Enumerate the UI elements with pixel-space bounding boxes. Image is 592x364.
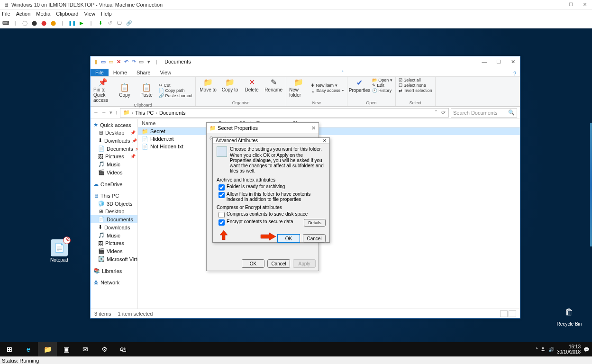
start-button[interactable]: ⊞ (0, 342, 19, 356)
desktop-icon-notepad[interactable]: 📄 Notepad (45, 239, 73, 263)
action-center-icon[interactable]: 💬 (583, 347, 589, 352)
props-cancel-button[interactable]: Cancel (267, 259, 290, 268)
nav-desktop[interactable]: 🖥 Desktop📌 (91, 129, 137, 136)
nav-up-icon[interactable]: ↑ (115, 109, 118, 116)
taskbar-settings[interactable]: ⚙ (95, 342, 114, 356)
qat-undo-icon[interactable]: ↶ (123, 58, 129, 65)
props-ok-button[interactable]: OK (242, 259, 264, 268)
view-details-icon[interactable] (500, 310, 508, 317)
select-none-button[interactable]: ☐ Select none (399, 83, 426, 88)
nav-vdisk[interactable]: 💽 Microsoft Virtual Di (91, 255, 137, 263)
desktop-icon-recycle[interactable]: 🗑 Recycle Bin (555, 303, 583, 327)
nav-history-icon[interactable]: ▾ (109, 109, 112, 116)
chk-encrypt[interactable]: Encrypt contents to secure data (219, 219, 304, 226)
nav-documents2[interactable]: 📄 Documents (91, 215, 137, 223)
turnoff-icon[interactable]: ⬤ (30, 19, 38, 27)
help-icon[interactable]: ? (513, 71, 516, 76)
nav-desktop2[interactable]: 🖥 Desktop (91, 208, 137, 215)
history-button[interactable]: 🕘 History (372, 88, 392, 93)
share-icon[interactable]: 🔗 (125, 19, 133, 27)
tray-network-icon[interactable]: 🖧 (541, 347, 546, 352)
edit-button[interactable]: ✎ Edit (372, 83, 384, 88)
details-button[interactable]: Details (304, 219, 326, 227)
qat-rename-icon[interactable]: ▭ (138, 58, 145, 65)
ribbon-collapse-icon[interactable]: ˄ (341, 70, 344, 76)
chk-compress[interactable]: Compress contents to save disk space (219, 211, 326, 218)
nav-quick-access[interactable]: ★ Quick access (91, 121, 137, 129)
easy-access-button[interactable]: ⭳ Easy access ▾ (311, 88, 344, 93)
nav-back-icon[interactable]: ← (93, 109, 99, 116)
invert-selection-button[interactable]: ⇄ Invert selection (399, 88, 432, 93)
nav-network[interactable]: 🖧 Network (91, 279, 137, 286)
nav-documents[interactable]: 📄 Documents📌 (91, 145, 137, 153)
new-item-button[interactable]: ✚ New item ▾ (311, 83, 337, 88)
menu-clipboard[interactable]: Clipboard (56, 11, 78, 17)
nav-videos2[interactable]: 🎬 Videos (91, 247, 137, 255)
reset-icon[interactable]: ▶ (78, 19, 85, 27)
qat-dropdown-icon[interactable]: ▾ (146, 58, 152, 65)
nav-pane[interactable]: ★ Quick access 🖥 Desktop📌 ⬇ Downloads📌 📄… (91, 119, 138, 309)
view-large-icon[interactable] (509, 310, 516, 317)
qat-properties-icon[interactable]: ▭ (100, 58, 107, 65)
search-input[interactable]: Search Documents 🔍 (451, 108, 517, 118)
system-tray[interactable]: ˄ 🖧 🔊 16:13 30/10/2018 💬 (536, 344, 592, 355)
qat-delete-icon[interactable]: ✕ (115, 58, 122, 65)
close-icon[interactable]: ✕ (323, 138, 327, 143)
ctrl-alt-del-icon[interactable]: ⌨ (2, 19, 9, 27)
copy-button[interactable]: 📋Copy (115, 83, 134, 98)
taskbar-terminal[interactable]: ▣ (57, 342, 76, 356)
nav-downloads2[interactable]: ⬇ Downloads (91, 223, 137, 231)
breadcrumb[interactable]: 📁 › This PC › Documents ˅ ⟳ (120, 108, 449, 118)
tab-view[interactable]: View (155, 69, 176, 76)
nav-videos[interactable]: 🎬 Videos (91, 168, 137, 176)
menu-file[interactable]: File (2, 11, 10, 17)
addr-dropdown-icon[interactable]: ˅ (435, 109, 437, 116)
adv-ok-button[interactable]: OK (277, 234, 300, 243)
taskbar-store[interactable]: 🛍 (114, 342, 133, 356)
paste-button[interactable]: 📋Paste (137, 83, 156, 98)
nav-downloads[interactable]: ⬇ Downloads📌 (91, 136, 137, 145)
open-button[interactable]: 📂 Open ▾ (372, 78, 392, 82)
enhanced-icon[interactable]: 🖵 (116, 19, 123, 27)
delete-button[interactable]: ✕Delete (242, 78, 261, 92)
taskbar-explorer[interactable]: 📁 (38, 342, 57, 356)
cut-button[interactable]: ✂ Cut (159, 83, 171, 88)
explorer-maximize[interactable]: ☐ (492, 59, 506, 65)
menu-help[interactable]: Help (101, 11, 112, 17)
taskbar-mail[interactable]: ✉ (76, 342, 95, 356)
rename-button[interactable]: ✎Rename (264, 78, 283, 92)
revert-icon[interactable]: ↺ (106, 19, 114, 27)
taskbar-clock[interactable]: 16:13 30/10/2018 (557, 344, 581, 355)
qat-redo-icon[interactable]: ↷ (130, 58, 137, 65)
minimize-button[interactable]: — (549, 2, 564, 7)
nav-forward-icon[interactable]: → (101, 109, 107, 116)
move-to-button[interactable]: 📁Move to (199, 78, 218, 92)
tray-volume-icon[interactable]: 🔊 (548, 347, 554, 352)
nav-music[interactable]: 🎵 Music (91, 160, 137, 168)
maximize-button[interactable]: ☐ (564, 2, 578, 7)
nav-pictures2[interactable]: 🖼 Pictures (91, 239, 137, 247)
start-icon[interactable]: ◯ (21, 19, 28, 27)
nav-this-pc[interactable]: 🖥 This PC (91, 192, 137, 200)
menu-view[interactable]: View (84, 11, 95, 17)
copy-to-button[interactable]: 📁Copy to (220, 78, 239, 92)
tray-up-icon[interactable]: ˄ (536, 347, 538, 352)
menu-action[interactable]: Action (16, 11, 31, 17)
nav-pictures[interactable]: 🖼 Pictures📌 (91, 153, 137, 160)
save-icon[interactable]: ⬤ (49, 19, 57, 27)
checkpoint-icon[interactable]: ⬇ (97, 19, 104, 27)
copy-path-button[interactable]: 📄 Copy path (159, 88, 185, 93)
close-button[interactable]: ✕ (578, 2, 592, 7)
nav-onedrive[interactable]: ☁ OneDrive (91, 180, 137, 188)
file-row[interactable]: 📁Secret (138, 127, 520, 135)
paste-shortcut-button[interactable]: 🔗 Paste shortcut (159, 93, 192, 98)
explorer-close[interactable]: ✕ (506, 59, 520, 65)
chk-archive[interactable]: Folder is ready for archiving (219, 184, 326, 191)
tab-file[interactable]: File (91, 69, 109, 76)
nav-music2[interactable]: 🎵 Music (91, 231, 137, 239)
properties-button[interactable]: ✔Properties (350, 78, 369, 93)
props-apply-button[interactable]: Apply (293, 259, 316, 268)
tab-home[interactable]: Home (109, 69, 132, 76)
explorer-minimize[interactable]: — (477, 59, 492, 65)
nav-libraries[interactable]: 📚 Libraries (91, 267, 137, 275)
